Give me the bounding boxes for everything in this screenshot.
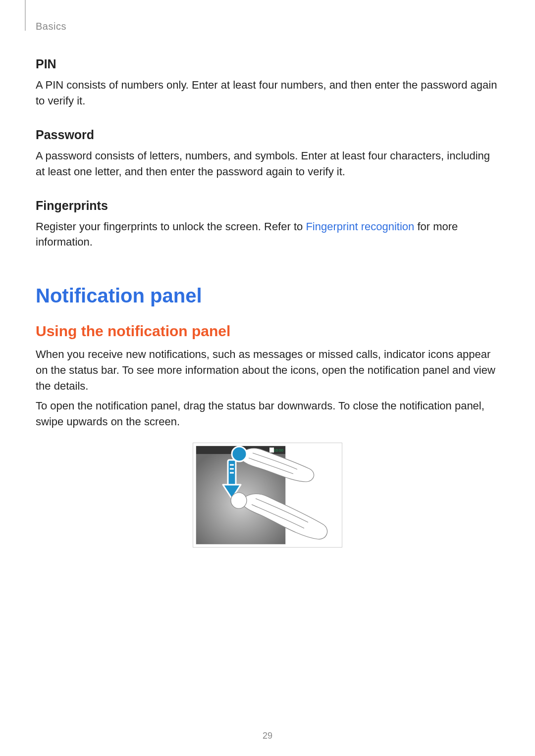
- section-heading-pin: PIN: [36, 57, 499, 71]
- section-heading-password: Password: [36, 128, 499, 142]
- notif-p2: To open the notification panel, drag the…: [36, 398, 499, 430]
- section-body-pin: A PIN consists of numbers only. Enter at…: [36, 77, 499, 109]
- svg-point-9: [232, 447, 247, 461]
- section-body-password: A password consists of letters, numbers,…: [36, 148, 499, 180]
- status-time: 10:00: [273, 448, 284, 453]
- breadcrumb: Basics: [36, 21, 499, 32]
- notif-p1: When you receive new notifications, such…: [36, 347, 499, 394]
- page-title: Notification panel: [36, 285, 499, 307]
- fingerprints-pre: Register your fingerprints to unlock the…: [36, 220, 306, 233]
- svg-point-10: [231, 493, 247, 508]
- swipe-down-illustration: 10:00: [193, 443, 342, 548]
- section-subtitle: Using the notification panel: [36, 323, 499, 340]
- header-vertical-rule: [25, 0, 26, 31]
- section-heading-fingerprints: Fingerprints: [36, 199, 499, 213]
- page-number: 29: [0, 731, 535, 741]
- fingerprint-recognition-link[interactable]: Fingerprint recognition: [306, 220, 414, 233]
- section-body-fingerprints: Register your fingerprints to unlock the…: [36, 219, 499, 251]
